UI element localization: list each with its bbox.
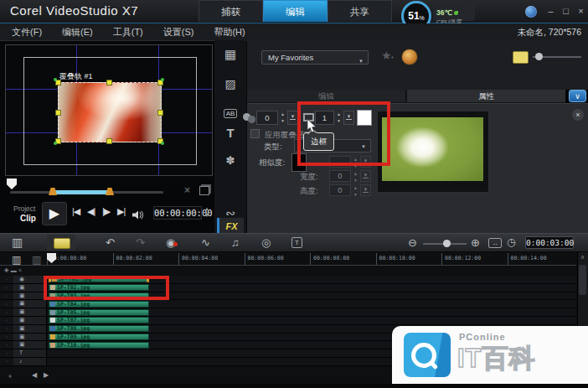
track-header-icon[interactable]: ▣: [13, 325, 47, 333]
timeline-clip[interactable]: SP-T05.jpg: [49, 309, 149, 316]
rotate-handle[interactable]: [54, 78, 57, 81]
width-stepper[interactable]: ▲▼: [352, 170, 359, 184]
undo-button[interactable]: ↶: [106, 235, 115, 250]
close-panel-icon[interactable]: ×: [572, 109, 584, 121]
timeline-ruler[interactable]: 00:00:00:0000:00:02:0000:00:04:0000:00:0…: [47, 253, 575, 265]
fit-project-icon[interactable]: ↔: [488, 238, 502, 248]
instant-project-icon[interactable]: ▨: [214, 77, 246, 91]
track-toggle-icon[interactable]: ◦: [0, 284, 13, 291]
zoom-in-icon[interactable]: ⊕: [471, 235, 480, 250]
motion-path-icon[interactable]: ∾: [214, 206, 246, 220]
track-row[interactable]: ◦ ▣ SP-T05.jpg: [0, 308, 576, 317]
subtitle-editor-button[interactable]: T: [291, 237, 302, 248]
height-stepper[interactable]: ▲▼: [352, 184, 359, 198]
track-header-icon[interactable]: ◉: [13, 276, 47, 283]
apply-overlay-checkbox[interactable]: [250, 129, 260, 138]
timeline-clip[interactable]: SP-T10.jpg: [49, 342, 149, 349]
clock-icon[interactable]: ◷: [507, 235, 515, 250]
redo-button[interactable]: ↷: [136, 235, 145, 250]
prev-frame-button[interactable]: ◀|: [87, 206, 95, 217]
close-button[interactable]: ×: [575, 5, 587, 18]
track-toggle-icon[interactable]: ◦: [0, 334, 13, 340]
timeline-view-button-active[interactable]: [47, 235, 75, 251]
track-toggle-icon[interactable]: ◦: [0, 301, 13, 308]
resize-handle[interactable]: [157, 110, 163, 116]
transparency-stepper[interactable]: ▲▼: [279, 111, 286, 124]
playhead-marker[interactable]: [7, 178, 17, 189]
timeline-clip[interactable]: SP-T07.jpg: [49, 317, 149, 323]
transition-icon[interactable]: AB: [214, 104, 246, 119]
track-toggle-icon[interactable]: ◦: [0, 309, 13, 316]
menu-item[interactable]: 编辑(E): [62, 26, 93, 39]
filter-icon-active[interactable]: FX: [217, 218, 244, 235]
timeline-clip[interactable]: SP-T08.jpg: [49, 325, 149, 332]
tab-attribute[interactable]: 属性: [407, 90, 565, 102]
library-folder-dropdown[interactable]: My Favorites ▼: [261, 50, 369, 65]
timeline-clip[interactable]: SP-T04.jpg: [49, 301, 149, 308]
globe-icon[interactable]: [525, 6, 537, 18]
track-toggle-icon[interactable]: ◦: [0, 317, 13, 323]
rotate-handle[interactable]: [54, 142, 57, 145]
clip-mode-label[interactable]: Clip: [20, 214, 36, 223]
track-toggle-icon[interactable]: ◦: [0, 350, 13, 357]
track-row[interactable]: ◦ ▣ SP-T07.jpg: [0, 317, 576, 325]
go-start-button[interactable]: |◀: [72, 206, 80, 217]
track-toggle-icon[interactable]: ◦: [0, 358, 13, 365]
track-header-icon[interactable]: ▣: [13, 308, 47, 316]
workspace-tab[interactable]: 共享: [328, 0, 392, 22]
overlay-clip-selected[interactable]: [58, 82, 162, 142]
minimize-button[interactable]: –: [544, 5, 557, 18]
title-icon[interactable]: T: [214, 126, 246, 140]
auto-music-button[interactable]: ♫: [231, 235, 240, 250]
storyboard-view-button[interactable]: ▥: [12, 235, 23, 250]
scroll-left-icon[interactable]: ◀: [32, 371, 37, 379]
trim-handle-end[interactable]: [106, 188, 114, 195]
height-input[interactable]: 0: [329, 184, 351, 196]
timeline-duration-timecode[interactable]: 0:00:03:00: [525, 236, 574, 249]
track-toggle-icon[interactable]: ◦: [0, 276, 13, 282]
track-header-icon[interactable]: ▣: [13, 341, 47, 349]
thumbnail-size-slider-thumb[interactable]: [535, 53, 543, 60]
track-header-icon[interactable]: ▣: [13, 300, 47, 308]
track-header-icon[interactable]: ▣: [13, 292, 47, 300]
track-header-icon[interactable]: ▣: [13, 284, 47, 292]
track-toggle-icon[interactable]: ◦: [0, 325, 13, 332]
resize-handle[interactable]: [106, 138, 112, 144]
sound-mixer-button[interactable]: ∿: [201, 235, 210, 250]
height-slider-button[interactable]: ▼: [360, 184, 371, 196]
scroll-right-icon[interactable]: ▶: [44, 371, 49, 379]
width-input[interactable]: 0: [329, 170, 351, 182]
resize-handle[interactable]: [55, 110, 61, 116]
play-button[interactable]: ▶: [42, 202, 67, 225]
add-track-icon[interactable]: ＋: [7, 371, 13, 380]
painting-creator-button[interactable]: ◎: [261, 235, 271, 250]
maximize-button[interactable]: □: [560, 5, 572, 18]
track-header-icon[interactable]: ▣: [13, 334, 47, 341]
menu-item[interactable]: 设置(S): [163, 26, 194, 39]
track-header-icon[interactable]: ▣: [13, 317, 47, 324]
menu-item[interactable]: 文件(F): [12, 26, 42, 39]
track-row[interactable]: ◦ ▣ SP-T04.jpg: [0, 300, 576, 308]
timeline-zoom-slider-thumb[interactable]: [443, 240, 451, 247]
import-media-icon[interactable]: [401, 49, 418, 65]
trim-range[interactable]: [54, 190, 110, 194]
resize-handle[interactable]: [106, 80, 112, 85]
track-tools-icons[interactable]: ✚ ▬ ≡: [4, 267, 22, 274]
transparency-input[interactable]: 0: [256, 111, 278, 125]
next-frame-button[interactable]: |▶: [102, 206, 110, 217]
preview-timecode[interactable]: 00:00:00:00: [153, 206, 202, 220]
media-library-icon[interactable]: ▦: [214, 47, 246, 62]
workspace-tab[interactable]: 编辑: [263, 0, 328, 22]
tab-edit[interactable]: 编辑: [247, 90, 405, 102]
volume-icon[interactable]: [132, 208, 144, 223]
timecode-stepper[interactable]: ▲▼: [204, 205, 210, 219]
menu-item[interactable]: 帮助(H): [214, 26, 245, 39]
project-mode-label[interactable]: Project: [13, 204, 35, 213]
track-header-icon[interactable]: ♪: [13, 358, 47, 365]
scroll-up-icon[interactable]: ∧: [577, 254, 588, 261]
collapse-panel-button[interactable]: ∨: [569, 90, 586, 102]
cut-clip-icon[interactable]: ×: [184, 184, 190, 196]
dandelion-clip-thumbnail[interactable]: [382, 117, 483, 181]
menu-item[interactable]: 工具(T): [113, 26, 143, 39]
trim-handle-start[interactable]: [49, 188, 57, 195]
